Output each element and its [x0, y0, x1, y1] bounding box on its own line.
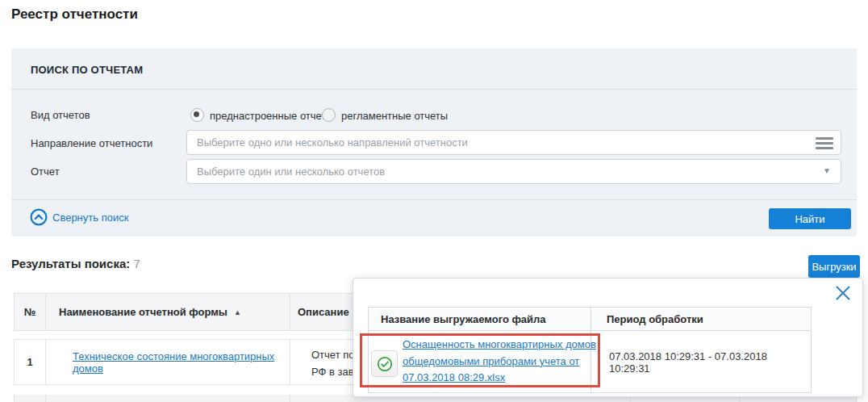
- radio-selected-dot: [194, 111, 199, 117]
- report-type-label: Вид отчетов: [31, 109, 90, 121]
- downloads-table-header: Название выгружаемого файла Период обраб…: [369, 308, 811, 331]
- column-header-name[interactable]: Наименование отчетной формы ▲: [59, 294, 241, 330]
- divider: [290, 340, 290, 384]
- chevron-down-icon[interactable]: ▼: [823, 166, 831, 175]
- download-file-link[interactable]: Оснащенность многоквартирных домов общед…: [403, 337, 603, 387]
- divider: [45, 395, 46, 402]
- radio-regulated-reports-label[interactable]: регламентные отчеты: [341, 110, 448, 122]
- downloads-table: Название выгружаемого файла Период обраб…: [368, 307, 812, 393]
- downloads-button[interactable]: Выгрузки: [808, 255, 860, 278]
- collapse-search-link[interactable]: Свернуть поиск: [30, 208, 128, 226]
- results-count: 7: [133, 257, 140, 270]
- row-number: 1: [15, 340, 45, 384]
- search-panel: ПОИСК ПО ОТЧЕТАМ Вид отчетов преднастрое…: [11, 48, 857, 237]
- find-button[interactable]: Найти: [769, 208, 851, 229]
- sort-asc-icon[interactable]: ▲: [234, 308, 241, 316]
- report-registry-page: Реестр отчетности ПОИСК ПО ОТЧЕТАМ Вид о…: [0, 0, 868, 402]
- direction-input[interactable]: [186, 130, 841, 155]
- divider: [45, 340, 46, 384]
- processing-period: 07.03.2018 10:29:31 - 07.03.2018 10:29:3…: [609, 331, 811, 394]
- column-header-file-name: Название выгружаемого файла: [381, 308, 546, 331]
- divider: [11, 199, 857, 200]
- radio-preset-reports[interactable]: [190, 108, 204, 122]
- column-header-period: Период обработки: [607, 308, 703, 331]
- report-link[interactable]: Техническое состояние многоквартирных до…: [59, 340, 303, 384]
- menu-icon[interactable]: [816, 137, 833, 150]
- downloads-popup: Название выгружаемого файла Период обраб…: [353, 278, 863, 397]
- divider: [290, 294, 290, 330]
- report-input[interactable]: [186, 159, 841, 184]
- page-title: Реестр отчетности: [11, 6, 138, 23]
- column-header-number[interactable]: №: [15, 294, 45, 330]
- report-label: Отчет: [31, 165, 60, 178]
- check-circle-icon[interactable]: [371, 350, 398, 377]
- radio-regulated-reports[interactable]: [322, 108, 336, 122]
- close-icon[interactable]: [833, 283, 853, 303]
- search-panel-title: ПОИСК ПО ОТЧЕТАМ: [31, 64, 143, 76]
- results-label: Результаты поиска:: [11, 257, 130, 270]
- divider: [45, 294, 46, 330]
- collapse-search-label: Свернуть поиск: [52, 211, 128, 224]
- results-summary: Результаты поиска: 7: [11, 257, 140, 270]
- direction-label: Направление отчетности: [31, 137, 152, 149]
- radio-preset-reports-label[interactable]: преднастроенные отчеты: [210, 110, 334, 122]
- divider: [290, 395, 290, 402]
- circle-chevron-up-icon: [30, 208, 48, 226]
- divider: [11, 89, 857, 90]
- column-header-description[interactable]: Описание: [298, 294, 349, 330]
